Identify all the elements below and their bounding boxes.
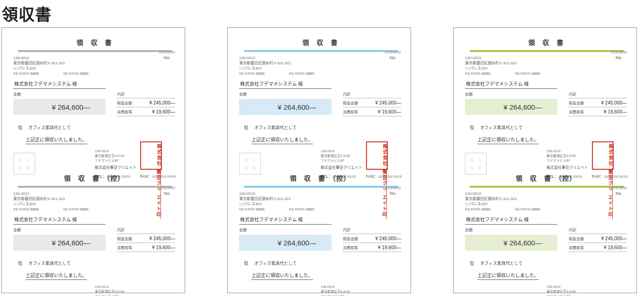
- issuer-address: 東京都港区芝4-5-6X: [95, 154, 176, 158]
- receipt-number-label: No.: [385, 191, 401, 196]
- issuer-address: 東京都港区芝4-5-6X: [321, 289, 402, 294]
- breakdown-label: 内訳: [343, 227, 401, 234]
- payer-building: □□パレス32X: [465, 66, 627, 71]
- proviso-text: オフィス家具代として: [28, 124, 71, 131]
- accent-underline: [470, 50, 624, 52]
- issuer-building: フデマメビル8F: [95, 158, 176, 163]
- breakdown-row-tax-excluded: 税抜金額 ¥ 245,000—: [569, 98, 627, 107]
- receipt-card-blue[interactable]: 領 収 書 2016/08/30 No. 130-0013 東京都墨田区錦糸町X…: [227, 27, 411, 293]
- breakdown-item-value: ¥ 245,000—: [150, 236, 176, 241]
- receipt-copy-title: 領 収 書 （控）: [13, 164, 175, 183]
- receipt-title: 領 収 書: [13, 28, 175, 47]
- payer-postal-code: 130-0013: [13, 192, 175, 197]
- amount-section: 金額 ¥ 264,600— 内訳 税抜金額 ¥ 245,000— 消費税等 ¥ …: [13, 227, 175, 252]
- issuer-postal-code: 108-0014: [546, 285, 628, 289]
- breakdown-item-value: ¥ 19,600—: [378, 109, 401, 114]
- payer-address: 東京都墨田区錦糸町X-321-321: [13, 61, 175, 66]
- breakdown-item-label: 消費税等: [569, 109, 584, 114]
- breakdown-item-value: ¥ 19,600—: [604, 109, 627, 114]
- breakdown-label: 内訳: [117, 91, 175, 98]
- accent-underline: [470, 186, 624, 188]
- page-title: 領収書: [2, 2, 644, 27]
- accent-underline: [244, 50, 398, 52]
- payer-address: 東京都墨田区錦糸町X-321-321: [465, 197, 627, 202]
- breakdown-label: 内訳: [117, 227, 175, 234]
- payer-building: □□パレス32X: [465, 202, 627, 207]
- meta-block: 2016/08/30 No.: [385, 51, 401, 60]
- amount-label: 金額: [465, 227, 557, 232]
- total-amount: ¥ 264,600—: [13, 235, 106, 251]
- issue-date: 2016/08/30: [385, 51, 401, 54]
- receipt-statement: 上記正に領収いたしました。: [26, 271, 87, 280]
- amount-section: 金額 ¥ 264,600— 内訳 税抜金額 ¥ 245,000— 消費税等 ¥ …: [465, 227, 627, 252]
- breakdown-item-label: 税抜金額: [117, 100, 132, 105]
- payer-name: 株式会社フデマメシステム 様: [13, 79, 106, 89]
- breakdown-item-label: 税抜金額: [569, 100, 584, 105]
- breakdown-table: 内訳 税抜金額 ¥ 245,000— 消費税等 ¥ 19,600—: [569, 91, 627, 116]
- receipt-number-label: No.: [385, 55, 401, 60]
- stamp-char: 入: [26, 157, 30, 163]
- payer-address: 東京都墨田区錦糸町X-321-321: [465, 61, 627, 66]
- payer-building: □□パレス32X: [239, 66, 401, 71]
- proviso-text: オフィス家具代として: [254, 260, 297, 266]
- issuer-postal-code: 108-0014: [321, 149, 402, 154]
- breakdown-label: 内訳: [343, 91, 401, 98]
- payer-postal-code: 130-0013: [239, 56, 401, 61]
- breakdown-item-value: ¥ 245,000—: [601, 236, 627, 241]
- breakdown-row-consumption-tax: 消費税等 ¥ 19,600—: [569, 243, 627, 252]
- receipt-card-gray[interactable]: 領 収 書 2016/08/30 No. 130-0013 東京都墨田区錦糸町X…: [1, 27, 185, 293]
- amount-label: 金額: [465, 91, 557, 96]
- total-amount: ¥ 264,600—: [239, 99, 331, 115]
- breakdown-table: 内訳 税抜金額 ¥ 245,000— 消費税等 ¥ 19,600—: [117, 227, 175, 252]
- payer-phone-2: 03-XXXX-8889: [289, 71, 314, 77]
- breakdown-table: 内訳 税抜金額 ¥ 245,000— 消費税等 ¥ 19,600—: [569, 227, 627, 252]
- payer-building: □□パレス32X: [13, 66, 175, 71]
- breakdown-item-label: 消費税等: [569, 245, 584, 250]
- payer-address-block: 130-0013 東京都墨田区錦糸町X-321-321 □□パレス32X 03-…: [13, 56, 175, 77]
- receipt-copy-title: 領 収 書 （控）: [465, 164, 627, 183]
- issuer-building: フデマメビル8F: [321, 294, 402, 296]
- breakdown-row-tax-excluded: 税抜金額 ¥ 245,000—: [117, 234, 175, 243]
- proviso-text: オフィス家具代として: [480, 260, 523, 266]
- receipt-main-section: 領 収 書 2016/08/30 No. 130-0013 東京都墨田区錦糸町X…: [2, 28, 185, 164]
- stamp-char: 収: [244, 157, 248, 163]
- proviso-label: 但: [470, 124, 474, 131]
- proviso-label: 但: [18, 124, 22, 131]
- issuer-section: 108-0014 東京都港区芝4-5-6X フデマメビル8F 株式会社筆豆クリエ…: [239, 285, 401, 296]
- issuer-postal-code: 108-0014: [95, 149, 176, 154]
- proviso-line: 但 オフィス家具代として: [239, 124, 401, 131]
- amount-label: 金額: [239, 227, 331, 232]
- payer-postal-code: 130-0013: [13, 56, 175, 61]
- issue-date: 2016/08/30: [159, 186, 175, 190]
- breakdown-label: 内訳: [569, 227, 627, 234]
- breakdown-item-label: 税抜金額: [117, 236, 132, 241]
- meta-block: 2016/08/30 No.: [159, 186, 175, 196]
- proviso-label: 但: [470, 260, 474, 266]
- receipt-statement: 上記正に領収いたしました。: [26, 136, 87, 144]
- issue-date: 2016/08/30: [610, 186, 627, 190]
- proviso-line: 但 オフィス家具代として: [465, 124, 627, 131]
- proviso-label: 但: [244, 260, 248, 266]
- payer-phone-1: 03-XXXX-8888: [239, 207, 264, 212]
- payer-address: 東京都墨田区錦糸町X-321-321: [13, 197, 175, 202]
- breakdown-item-label: 税抜金額: [343, 100, 358, 105]
- issuer-building: フデマメビル8F: [321, 158, 402, 163]
- receipt-card-green[interactable]: 領 収 書 2016/08/30 No. 130-0013 東京都墨田区錦糸町X…: [453, 27, 637, 293]
- amount-section: 金額 ¥ 264,600— 内訳 税抜金額 ¥ 245,000— 消費税等 ¥ …: [239, 91, 401, 116]
- proviso-line: 但 オフィス家具代として: [13, 124, 175, 131]
- payer-name: 株式会社フデマメシステム 様: [239, 215, 331, 225]
- receipt-statement: 上記正に領収いたしました。: [477, 271, 539, 280]
- issuer-address: 東京都港区芝4-5-6X: [546, 154, 628, 158]
- breakdown-row-tax-excluded: 税抜金額 ¥ 245,000—: [117, 98, 175, 107]
- payer-building: □□パレス32X: [239, 202, 401, 207]
- payer-building: □□パレス32X: [13, 202, 175, 207]
- amount-section: 金額 ¥ 264,600— 内訳 税抜金額 ¥ 245,000— 消費税等 ¥ …: [239, 227, 401, 252]
- stamp-char: 入: [478, 157, 482, 163]
- breakdown-item-label: 消費税等: [117, 109, 132, 114]
- issuer-postal-code: 108-0014: [546, 149, 628, 154]
- proviso-label: 但: [244, 124, 248, 131]
- payer-phone-1: 03-XXXX-8888: [465, 207, 490, 212]
- receipt-statement: 上記正に領収いたしました。: [251, 136, 313, 144]
- template-gallery: 領 収 書 2016/08/30 No. 130-0013 東京都墨田区錦糸町X…: [0, 27, 644, 293]
- accent-underline: [18, 50, 172, 52]
